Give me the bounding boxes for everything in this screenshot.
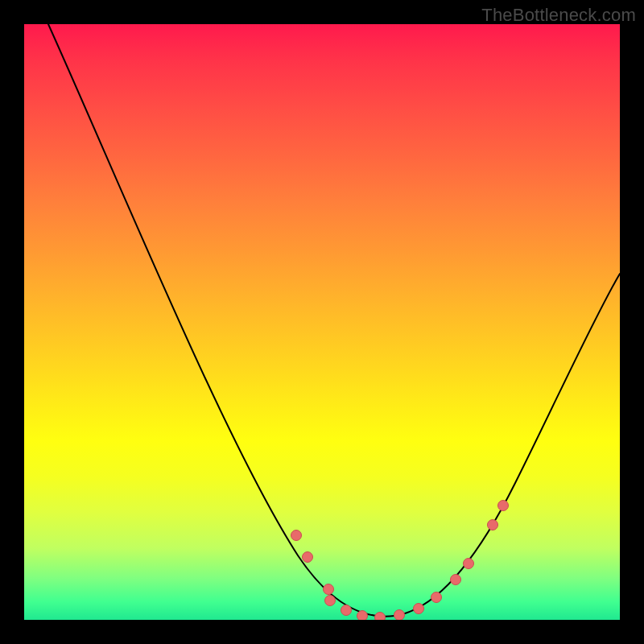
sample-dot bbox=[325, 596, 336, 606]
sample-dot bbox=[357, 611, 368, 621]
sample-dot bbox=[414, 604, 424, 614]
bottleneck-chart bbox=[24, 24, 620, 620]
sample-dot bbox=[498, 501, 509, 511]
sample-dot bbox=[464, 559, 474, 569]
sample-dot bbox=[303, 552, 313, 563]
sample-dot bbox=[431, 592, 442, 603]
sample-dot bbox=[451, 575, 461, 585]
sample-dot bbox=[341, 605, 352, 616]
sample-dot bbox=[394, 610, 405, 621]
watermark-text: TheBottleneck.com bbox=[481, 5, 636, 26]
sample-dot bbox=[488, 520, 498, 530]
bottleneck-curve bbox=[48, 24, 620, 617]
sample-dot bbox=[324, 584, 334, 595]
sample-dot bbox=[375, 613, 386, 621]
sample-dots-group bbox=[291, 501, 509, 621]
sample-dot bbox=[291, 530, 302, 541]
